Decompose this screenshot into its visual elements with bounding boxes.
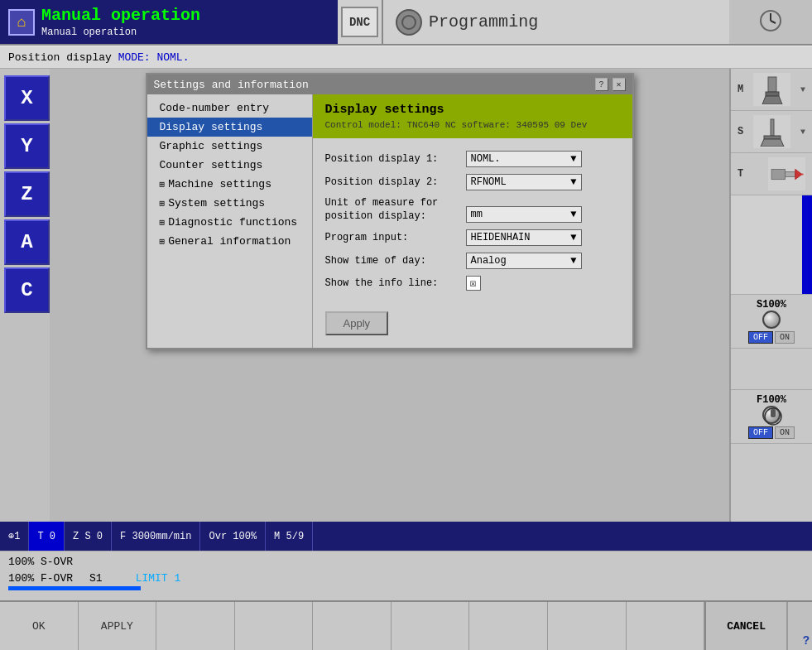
slider-area: 100% S-OVR 100% F-OVR S1 LIMIT 1 (0, 551, 812, 600)
expand-icon-machine: ⊞ (160, 179, 166, 190)
axis-a-button[interactable]: A (4, 219, 50, 265)
right-m-dropdown[interactable]: ▼ (800, 85, 805, 94)
dialog-menu-panel: Code-number entry Display settings Graph… (147, 94, 313, 348)
svg-marker-10 (761, 139, 784, 147)
right-f-on-button[interactable]: ON (775, 426, 795, 439)
menu-item-machine-settings-label: Machine settings (168, 178, 271, 190)
right-bottom-empty (731, 444, 812, 522)
right-t-tool-icon (768, 157, 805, 190)
svg-marker-7 (762, 96, 782, 104)
right-s-knob[interactable] (762, 311, 781, 329)
help-icon: ? (803, 634, 810, 648)
pos-bar-mode-value: NOML. (156, 51, 189, 64)
menu-item-general-information-label: General information (168, 235, 291, 248)
apply-button[interactable]: Apply (325, 311, 389, 335)
menu-item-counter-settings[interactable]: Counter settings (147, 156, 312, 175)
right-empty-section (731, 349, 812, 390)
menu-item-display-settings-label: Display settings (160, 121, 263, 133)
show-info-line-checkbox[interactable]: ☒ (466, 276, 481, 291)
right-s-dropdown[interactable]: ▼ (800, 128, 805, 137)
dnc-label: DNC (349, 16, 370, 29)
unit-measure-select[interactable]: mm ▼ (466, 206, 582, 223)
dialog-help-button[interactable]: ? (595, 78, 608, 91)
status-m: M 5/9 (266, 522, 313, 551)
limit-label: LIMIT 1 (136, 572, 181, 585)
axis-y-button[interactable]: Y (4, 123, 50, 169)
content-header: Display settings Control model: TNC640 N… (313, 94, 632, 138)
field-label-pos-display-2: Position display 2: (325, 176, 466, 188)
menu-item-display-settings[interactable]: Display settings (147, 118, 312, 137)
svg-rect-6 (766, 92, 779, 96)
right-f-off-button[interactable]: OFF (748, 426, 773, 439)
btn9[interactable] (627, 602, 705, 650)
pos-display-1-select[interactable]: NOML. ▼ (466, 151, 582, 167)
slider-progress-bar[interactable] (8, 586, 141, 590)
pos-display-2-select[interactable]: RFNOML ▼ (466, 174, 582, 190)
axis-z-button[interactable]: Z (4, 171, 50, 217)
right-f-off-on: OFF ON (748, 426, 795, 439)
header: ⌂ Manual operation Manual operation DNC … (0, 0, 812, 46)
btn5[interactable] (313, 602, 392, 650)
f-ovr-label: 100% F-OVR (8, 572, 73, 585)
expand-icon-general: ⊞ (160, 236, 166, 247)
btn8[interactable] (548, 602, 627, 650)
menu-item-counter-settings-label: Counter settings (160, 159, 263, 171)
dnc-button[interactable]: DNC (341, 7, 378, 37)
right-f-knob[interactable] (762, 406, 781, 424)
programming-section: Programming (382, 0, 729, 44)
menu-item-code-number[interactable]: Code-number entry (147, 99, 312, 118)
header-titles: Manual operation Manual operation (41, 6, 200, 38)
field-row-show-time: Show time of day: Analog ▼ (325, 253, 620, 269)
svg-rect-5 (768, 77, 776, 92)
right-s-speed-label: S100% (757, 299, 786, 311)
pos-bar-mode-label: MODE: (118, 51, 151, 64)
content-body: Position display 1: NOML. ▼ Position dis… (313, 138, 632, 348)
btn3[interactable] (156, 602, 235, 650)
menu-item-machine-settings[interactable]: ⊞ Machine settings (147, 175, 312, 194)
right-progress-bar (802, 195, 812, 294)
field-label-unit-measure: Unit of measure forposition display: (325, 197, 466, 223)
axis-c-button[interactable]: C (4, 267, 50, 313)
right-s-speed-section: S100% OFF ON (731, 295, 812, 349)
program-input-value: HEIDENHAIN (471, 232, 531, 243)
right-t-label: T (738, 168, 743, 180)
right-s-off-button[interactable]: OFF (748, 331, 773, 344)
slider-row1: 100% S-OVR (0, 551, 812, 572)
right-s-label: S (738, 126, 743, 137)
btn6[interactable] (392, 602, 470, 650)
ok-button[interactable]: OK (0, 602, 79, 650)
pos-display-1-arrow: ▼ (570, 153, 576, 165)
apply-bottom-button[interactable]: APPLY (79, 602, 157, 650)
menu-item-system-settings[interactable]: ⊞ System settings (147, 194, 312, 213)
menu-item-diagnostic-functions[interactable]: ⊞ Diagnostic functions (147, 213, 312, 232)
axis-panel: X Y Z A C (0, 69, 50, 522)
status-pos1: ⊕1 (0, 522, 29, 551)
menu-item-graphic-settings[interactable]: Graphic settings (147, 137, 312, 156)
dialog-close-button[interactable]: ✕ (613, 78, 626, 91)
field-row-program-input: Program input: HEIDENHAIN ▼ (325, 229, 620, 246)
btn4[interactable] (235, 602, 314, 650)
btn7[interactable] (469, 602, 548, 650)
cancel-button[interactable]: CANCEL (704, 602, 787, 650)
menu-item-system-settings-label: System settings (168, 197, 265, 209)
right-f-speed-section: F100% OFF ON (731, 390, 812, 444)
dialog-body: Code-number entry Display settings Graph… (147, 94, 632, 348)
field-row-unit-measure: Unit of measure forposition display: mm … (325, 197, 620, 223)
menu-item-general-information[interactable]: ⊞ General information (147, 232, 312, 251)
page-subtitle: Manual operation (41, 26, 200, 38)
field-row-show-info-line: Show the info line: ☒ (325, 276, 620, 291)
unit-measure-value: mm (471, 209, 483, 220)
show-time-select[interactable]: Analog ▼ (466, 253, 582, 269)
svg-rect-9 (764, 136, 781, 139)
dialog-title-icons: ? ✕ (595, 78, 626, 91)
axis-x-button[interactable]: X (4, 75, 50, 121)
program-input-select[interactable]: HEIDENHAIN ▼ (466, 229, 582, 246)
pos-display-1-value: NOML. (471, 153, 501, 165)
help-button[interactable]: ? (787, 602, 812, 650)
settings-dialog: Settings and information ? ✕ Code-number… (146, 73, 634, 349)
pos-display-2-value: RFNOML (471, 176, 507, 188)
program-input-arrow: ▼ (570, 232, 576, 243)
s-ovr-label: 100% S-OVR (8, 556, 73, 568)
menu-item-graphic-settings-label: Graphic settings (160, 140, 263, 152)
right-s-on-button[interactable]: ON (775, 331, 795, 344)
